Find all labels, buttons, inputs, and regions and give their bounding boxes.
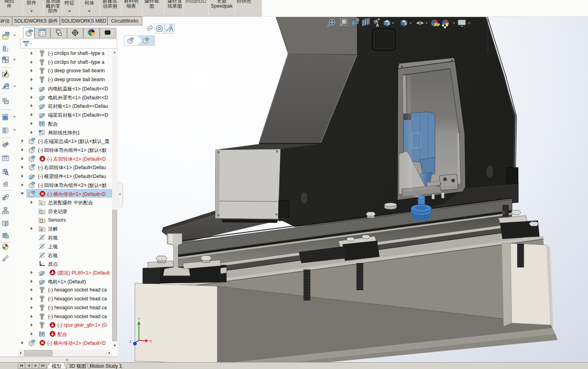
svg-text:模型: 模型	[52, 363, 61, 369]
svg-text:X: X	[149, 339, 152, 343]
svg-text:Z: Z	[129, 340, 132, 344]
svg-text:A: A	[376, 23, 379, 27]
svg-text:3D 视图: 3D 视图	[69, 363, 86, 369]
svg-text:Motion Study 1: Motion Study 1	[90, 363, 122, 369]
svg-text:Y: Y	[138, 317, 140, 321]
